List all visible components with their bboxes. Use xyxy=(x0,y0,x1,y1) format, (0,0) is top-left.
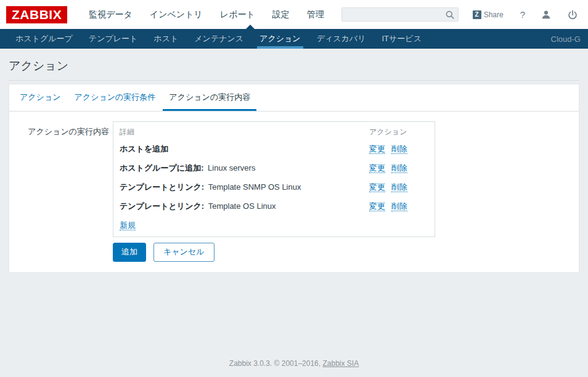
page-content: アクション アクション アクションの実行条件 アクションの実行内容 アクションの… xyxy=(0,49,588,377)
sub-nav: ホストグループ テンプレート ホスト メンテナンス アクション ディスカバリ I… xyxy=(0,29,588,49)
operations-field: 詳細 アクション ホストを追加 変更 削除 xyxy=(113,121,569,262)
form-buttons: 追加 キャンセル xyxy=(113,243,569,262)
operation-value: Template OS Linux xyxy=(208,201,276,211)
subnav-discovery[interactable]: ディスカバリ xyxy=(314,29,369,49)
add-button[interactable]: 追加 xyxy=(113,243,146,262)
help-icon[interactable]: ? xyxy=(520,9,525,20)
nav-inventory[interactable]: インベントリ xyxy=(150,9,203,20)
remove-link[interactable]: 削除 xyxy=(391,163,407,173)
zabbix-logo[interactable]: ZABBIX xyxy=(6,6,67,23)
user-profile-icon[interactable] xyxy=(541,9,552,20)
tab-action[interactable]: アクション xyxy=(14,84,67,111)
search-input[interactable] xyxy=(342,8,458,21)
operation-name: ホストを追加 xyxy=(120,144,168,153)
server-name-label: Cloud-G xyxy=(551,29,581,49)
footer-copyright: Zabbix 3.0.3. © 2001–2016, xyxy=(229,359,323,368)
operations-table: 詳細 アクション ホストを追加 変更 削除 xyxy=(113,121,435,237)
table-row: テンプレートとリンク: Template SNMP OS Linux 変更 削除 xyxy=(113,177,435,196)
new-link[interactable]: 新規 xyxy=(120,221,136,230)
nav-configuration[interactable]: 設定 xyxy=(272,9,290,20)
form-tabs: アクション アクションの実行条件 アクションの実行内容 xyxy=(9,84,579,111)
edit-link[interactable]: 変更 xyxy=(369,182,385,192)
header-right: Z Share ? xyxy=(341,7,578,22)
page-title: アクション xyxy=(0,49,588,80)
share-link[interactable]: Z Share xyxy=(473,10,504,19)
table-row: ホストを追加 変更 削除 xyxy=(113,139,435,158)
edit-link[interactable]: 変更 xyxy=(369,163,385,173)
remove-link[interactable]: 削除 xyxy=(391,201,407,211)
search-icon[interactable] xyxy=(445,10,455,20)
title-divider xyxy=(9,80,579,81)
subnav-hostgroups[interactable]: ホストグループ xyxy=(13,29,75,49)
operations-label: アクションの実行内容 xyxy=(19,121,113,262)
cancel-button[interactable]: キャンセル xyxy=(153,243,214,262)
operation-actions: 変更 削除 xyxy=(369,182,428,193)
share-label: Share xyxy=(484,10,504,19)
operation-detail: ホストを追加 xyxy=(120,144,369,155)
header-action: アクション xyxy=(369,127,428,137)
edit-link[interactable]: 変更 xyxy=(369,144,385,154)
operation-value: Template SNMP OS Linux xyxy=(208,182,301,192)
subnav-hosts[interactable]: ホスト xyxy=(151,29,181,49)
nav-monitoring[interactable]: 監視データ xyxy=(89,9,133,20)
subnav-actions[interactable]: アクション xyxy=(257,29,303,49)
edit-link[interactable]: 変更 xyxy=(369,201,385,211)
operation-detail: ホストグループに追加: Linux servers xyxy=(120,163,369,174)
remove-link[interactable]: 削除 xyxy=(391,182,407,192)
operation-value: Linux servers xyxy=(208,163,255,172)
table-row: テンプレートとリンク: Template OS Linux 変更 削除 xyxy=(113,196,435,215)
operation-actions: 変更 削除 xyxy=(369,144,428,155)
search-box xyxy=(341,7,459,22)
operation-name: テンプレートとリンク: xyxy=(120,201,204,211)
app-root: ZABBIX 監視データ インベントリ レポート 設定 管理 Z Share xyxy=(0,0,588,377)
active-menu-caret xyxy=(245,25,255,30)
operation-detail: テンプレートとリンク: Template OS Linux xyxy=(120,201,369,212)
operations-form-row: アクションの実行内容 詳細 アクション ホストを追加 xyxy=(9,111,579,272)
operation-detail: テンプレートとリンク: Template SNMP OS Linux xyxy=(120,182,369,193)
nav-reports[interactable]: レポート xyxy=(220,9,255,20)
footer-zabbix-sia-link[interactable]: Zabbix SIA xyxy=(322,359,359,368)
operation-name: テンプレートとリンク: xyxy=(120,182,204,192)
tab-conditions[interactable]: アクションの実行条件 xyxy=(68,84,162,111)
share-icon: Z xyxy=(473,10,481,19)
action-form-panel: アクション アクションの実行条件 アクションの実行内容 アクションの実行内容 詳… xyxy=(9,84,579,273)
subnav-itservices[interactable]: ITサービス xyxy=(379,29,423,49)
operations-table-header: 詳細 アクション xyxy=(113,122,435,139)
tab-operations[interactable]: アクションの実行内容 xyxy=(163,84,256,111)
top-header: ZABBIX 監視データ インベントリ レポート 設定 管理 Z Share xyxy=(0,0,588,29)
operation-actions: 変更 削除 xyxy=(369,201,428,212)
subnav-maintenance[interactable]: メンテナンス xyxy=(192,29,246,49)
remove-link[interactable]: 削除 xyxy=(391,144,407,154)
table-row: ホストグループに追加: Linux servers 変更 削除 xyxy=(113,158,435,177)
logout-icon[interactable] xyxy=(567,9,578,20)
new-operation-row: 新規 xyxy=(113,215,435,237)
subnav-templates[interactable]: テンプレート xyxy=(86,29,141,49)
operation-name: ホストグループに追加: xyxy=(120,163,203,172)
operation-actions: 変更 削除 xyxy=(369,163,428,174)
nav-administration[interactable]: 管理 xyxy=(307,9,324,20)
main-nav: 監視データ インベントリ レポート 設定 管理 xyxy=(80,9,333,20)
page-footer: Zabbix 3.0.3. © 2001–2016, Zabbix SIA xyxy=(0,353,588,377)
header-details: 詳細 xyxy=(120,127,369,137)
